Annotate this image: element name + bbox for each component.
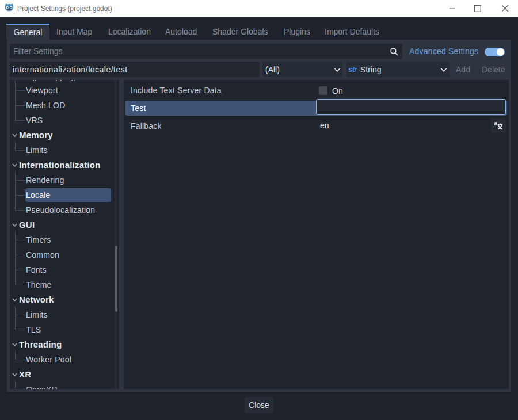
svg-text:a: a	[494, 120, 498, 127]
